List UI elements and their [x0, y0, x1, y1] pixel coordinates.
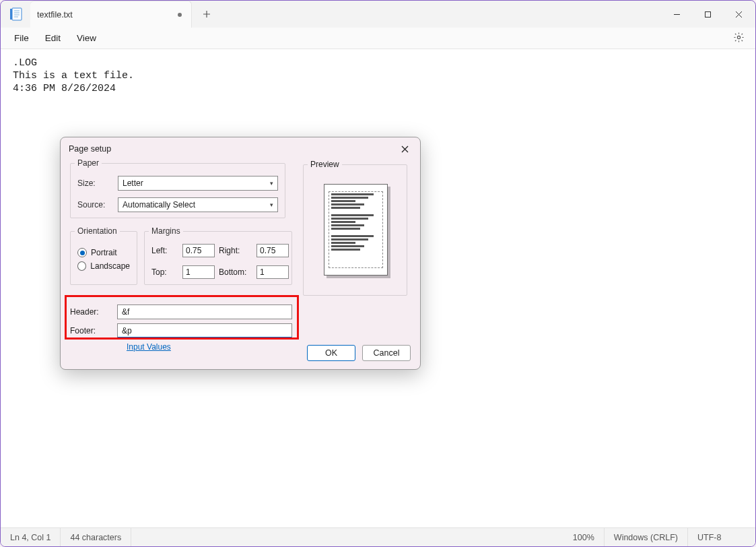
- dialog-close-button[interactable]: [397, 141, 412, 156]
- orientation-legend: Orientation: [75, 226, 120, 236]
- ok-button[interactable]: OK: [307, 345, 355, 361]
- paper-legend: Paper: [75, 158, 102, 168]
- radio-icon: [77, 261, 86, 271]
- status-bar: Ln 4, Col 1 44 characters 100% Windows (…: [1, 527, 755, 546]
- menu-file[interactable]: File: [6, 30, 37, 46]
- margins-group: Margins Left: 0.75 Right: 0.75 Top: 1 Bo…: [144, 231, 292, 285]
- page-preview: [324, 184, 388, 276]
- unsaved-indicator-icon: [178, 13, 182, 17]
- footer-input[interactable]: &p: [117, 323, 292, 338]
- tab-title: textfile.txt: [37, 10, 73, 20]
- status-zoom[interactable]: 100%: [563, 528, 605, 546]
- header-label: Header:: [70, 307, 117, 317]
- margin-right-input[interactable]: 0.75: [256, 244, 289, 257]
- margin-top-input[interactable]: 1: [182, 265, 215, 279]
- title-bar: textfile.txt: [1, 1, 755, 28]
- minimize-button[interactable]: [661, 1, 692, 28]
- radio-icon: [77, 248, 87, 257]
- paper-size-label: Size:: [77, 179, 118, 188]
- paper-source-select[interactable]: Automatically Select ▾: [118, 197, 278, 212]
- menu-bar: File Edit View: [1, 28, 755, 49]
- footer-label: Footer:: [70, 326, 117, 335]
- input-values-link[interactable]: Input Values: [127, 342, 171, 352]
- menu-view[interactable]: View: [69, 30, 104, 46]
- dialog-title-bar: Page setup: [61, 137, 420, 160]
- header-footer-group: Header: &f Footer: &p Input Values: [70, 300, 292, 352]
- status-characters: 44 characters: [61, 528, 131, 546]
- paper-size-select[interactable]: Letter ▾: [118, 176, 278, 191]
- orientation-group: Orientation Portrait Landscape: [70, 231, 137, 285]
- svg-rect-6: [705, 11, 710, 17]
- orientation-landscape-radio[interactable]: Landscape: [77, 261, 130, 271]
- paper-group: Paper Size: Letter ▾ Source: Automatical…: [70, 163, 285, 218]
- document-tab[interactable]: textfile.txt: [30, 1, 192, 28]
- page-setup-dialog: Page setup Paper Size: Letter ▾ Source: …: [60, 137, 421, 370]
- svg-rect-1: [10, 9, 12, 20]
- status-position: Ln 4, Col 1: [1, 528, 61, 546]
- margin-bottom-label: Bottom:: [219, 267, 256, 277]
- margins-legend: Margins: [149, 226, 183, 236]
- margin-left-input[interactable]: 0.75: [182, 244, 215, 257]
- dialog-title: Page setup: [69, 144, 111, 154]
- header-input[interactable]: &f: [117, 304, 292, 319]
- chevron-down-icon: ▾: [270, 201, 273, 208]
- menu-edit[interactable]: Edit: [37, 30, 69, 46]
- new-tab-button[interactable]: [197, 5, 216, 24]
- maximize-button[interactable]: [692, 1, 723, 28]
- margin-bottom-input[interactable]: 1: [256, 265, 289, 279]
- svg-rect-0: [12, 8, 22, 20]
- preview-legend: Preview: [308, 160, 342, 169]
- notepad-app-icon: [9, 7, 24, 22]
- margin-top-label: Top:: [151, 267, 182, 277]
- status-line-ending[interactable]: Windows (CRLF): [605, 528, 688, 546]
- chevron-down-icon: ▾: [270, 180, 273, 187]
- preview-group: Preview: [303, 164, 407, 296]
- cancel-button[interactable]: Cancel: [362, 345, 411, 361]
- margin-right-label: Right:: [219, 246, 256, 255]
- orientation-portrait-radio[interactable]: Portrait: [77, 248, 130, 257]
- status-encoding[interactable]: UTF-8: [688, 528, 755, 546]
- settings-button[interactable]: [728, 29, 750, 48]
- svg-point-7: [737, 36, 740, 38]
- paper-source-label: Source:: [77, 200, 118, 210]
- close-button[interactable]: [723, 1, 754, 28]
- margin-left-label: Left:: [151, 246, 182, 255]
